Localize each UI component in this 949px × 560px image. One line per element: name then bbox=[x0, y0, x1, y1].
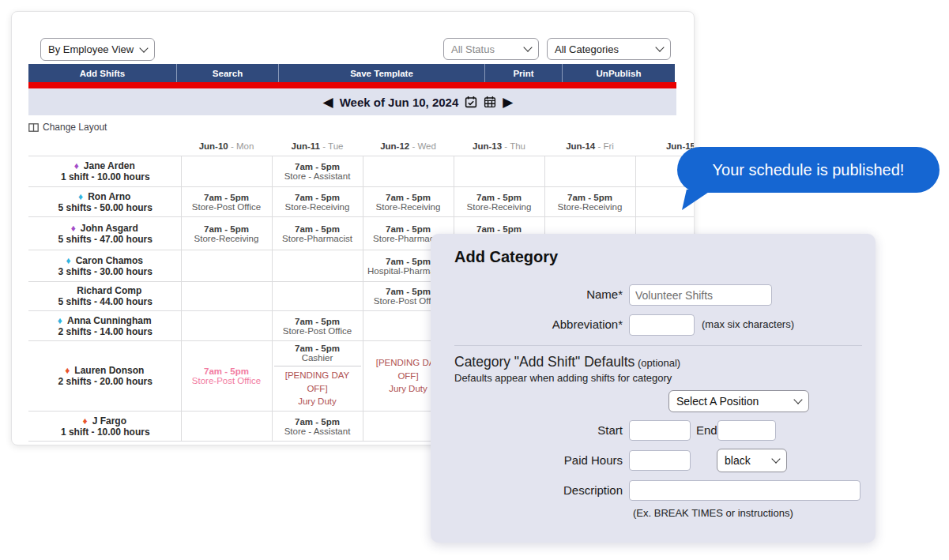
employee-diamond-icon: ♦ bbox=[65, 365, 70, 376]
categories-select-value: All Categories bbox=[555, 43, 619, 55]
employee-shift-summary: 2 shifts - 14.00 hours bbox=[32, 326, 179, 337]
week-label: Week of Jun 10, 2024 bbox=[340, 96, 459, 109]
change-layout-button[interactable]: Change Layout bbox=[28, 122, 107, 133]
shift-cell[interactable]: 7am - 5pmStore-Post Office bbox=[181, 187, 272, 217]
view-select[interactable]: By Employee View bbox=[40, 38, 155, 61]
shift-position: Store-Receiving bbox=[183, 234, 270, 243]
shift-cell[interactable] bbox=[454, 156, 544, 187]
chevron-down-icon bbox=[523, 43, 532, 51]
employee-row: ♦Jane Arden1 shift - 10.00 hours7am - 5p… bbox=[28, 156, 694, 187]
shift-cell[interactable] bbox=[544, 156, 635, 187]
shift-cell[interactable] bbox=[181, 156, 272, 187]
calendar-grid-icon[interactable] bbox=[484, 96, 496, 108]
employee-name: John Asgard bbox=[81, 223, 138, 234]
shift-position: Store-Receiving bbox=[456, 202, 543, 212]
defaults-subtitle: Defaults appear when adding shifts for c… bbox=[454, 372, 672, 384]
shift-cell[interactable] bbox=[181, 282, 272, 311]
add-shifts-button[interactable]: Add Shifts bbox=[28, 64, 176, 82]
shift-cell[interactable]: 7am - 5pmStore-Post Office bbox=[181, 341, 272, 412]
paid-hours-input[interactable] bbox=[629, 450, 691, 471]
employee-shift-summary: 5 shifts - 50.00 hours bbox=[32, 202, 179, 213]
employee-cell[interactable]: ♦J Fargo1 shift - 10.00 hours bbox=[28, 412, 181, 442]
shift-cell[interactable]: 7am - 5pmStore-Pharmacist bbox=[272, 217, 363, 250]
employee-name: Anna Cunningham bbox=[67, 315, 152, 326]
position-select[interactable]: Select A Position bbox=[668, 390, 809, 412]
position-select-value: Select A Position bbox=[676, 395, 759, 408]
shift-cell[interactable]: 7am - 5pmStore-Receiving bbox=[454, 187, 544, 217]
shift-time: 7am - 5pm bbox=[274, 193, 361, 202]
end-time-input[interactable] bbox=[717, 420, 776, 441]
abbreviation-label: Abbreviation* bbox=[431, 318, 623, 331]
shift-cell[interactable]: 7am - 5pmStore-Post Office bbox=[272, 311, 363, 341]
employee-cell[interactable]: ♦Lauren Donson2 shifts - 20.00 hours bbox=[28, 341, 181, 412]
previous-week-arrow[interactable]: ◀ bbox=[323, 96, 333, 109]
status-select[interactable]: All Status bbox=[443, 38, 539, 60]
shift-position: Store-Post Office bbox=[274, 326, 361, 336]
description-label: Description bbox=[431, 483, 623, 497]
panel-title: Add Category bbox=[454, 248, 558, 266]
employee-cell[interactable]: ♦Anna Cunningham2 shifts - 14.00 hours bbox=[28, 311, 181, 341]
employee-diamond-icon: ♦ bbox=[58, 315, 62, 326]
shift-time: 7am - 5pm bbox=[547, 193, 634, 202]
next-week-arrow[interactable]: ▶ bbox=[503, 96, 513, 109]
shift-cell[interactable]: 7am - 5pmStore - Assistant bbox=[272, 156, 363, 187]
shift-cell[interactable]: 7am - 5pmStore-Receiving bbox=[363, 187, 454, 217]
shift-cell[interactable] bbox=[181, 311, 272, 341]
shift-cell[interactable]: 7am - 5pmStore-Receiving bbox=[181, 217, 272, 250]
employee-cell[interactable]: ♦Ron Arno5 shifts - 50.00 hours bbox=[28, 187, 181, 217]
status-select-value: All Status bbox=[451, 43, 495, 55]
toast-message: Your schedule is published! bbox=[713, 161, 905, 179]
shift-time: 7am - 5pm bbox=[274, 344, 361, 353]
employee-cell[interactable]: ♦John Asgard5 shifts - 47.00 hours bbox=[28, 217, 181, 250]
shift-position: Store-Post Office bbox=[183, 376, 270, 385]
shift-cell[interactable] bbox=[181, 250, 272, 282]
employee-diamond-icon: ♦ bbox=[74, 160, 79, 171]
day-header: Jun-13 - Thu bbox=[454, 137, 544, 156]
shift-position: Store-Receiving bbox=[547, 202, 634, 212]
employee-cell[interactable]: ♦Jane Arden1 shift - 10.00 hours bbox=[28, 156, 181, 187]
employee-diamond-placeholder: ♦ bbox=[67, 285, 72, 296]
name-label: Name* bbox=[431, 288, 623, 301]
shift-time: 7am - 5pm bbox=[183, 366, 270, 376]
employee-shift-summary: 1 shift - 10.00 hours bbox=[32, 171, 179, 182]
color-select[interactable]: black bbox=[717, 449, 787, 472]
calendar-check-icon[interactable] bbox=[465, 96, 477, 108]
unpublish-button[interactable]: UnPublish bbox=[562, 64, 675, 82]
search-button[interactable]: Search bbox=[176, 64, 278, 82]
employee-cell[interactable]: ♦Richard Comp5 shifts - 44.00 hours bbox=[28, 282, 181, 311]
shift-cell[interactable]: 7am - 5pmStore-Receiving bbox=[272, 187, 363, 217]
abbreviation-input[interactable] bbox=[629, 314, 695, 336]
employee-name: Lauren Donson bbox=[74, 365, 144, 376]
employee-diamond-icon: ♦ bbox=[71, 223, 76, 234]
employee-row: ♦Ron Arno5 shifts - 50.00 hours7am - 5pm… bbox=[28, 187, 694, 217]
shift-cell[interactable]: 7am - 5pmStore - Assistant bbox=[272, 412, 363, 442]
color-select-value: black bbox=[725, 454, 751, 467]
shift-cell[interactable] bbox=[272, 282, 363, 311]
pending-day-off: [PENDING DAY OFF]Jury Duty bbox=[274, 369, 361, 408]
chevron-down-icon bbox=[793, 395, 802, 404]
save-template-button[interactable]: Save Template bbox=[278, 64, 484, 82]
change-layout-label: Change Layout bbox=[43, 122, 107, 133]
shift-cell[interactable]: 7am - 5pmStore-Receiving bbox=[544, 187, 635, 217]
shift-cell[interactable] bbox=[181, 412, 272, 442]
category-name-input[interactable] bbox=[629, 284, 772, 306]
shift-cell[interactable]: 7am - 5pmCashier[PENDING DAY OFF]Jury Du… bbox=[272, 341, 363, 412]
description-input[interactable] bbox=[629, 480, 861, 501]
shift-position: Cashier bbox=[274, 353, 361, 363]
shift-time: 7am - 5pm bbox=[274, 417, 361, 427]
chevron-down-icon bbox=[655, 43, 664, 51]
shift-time: 7am - 5pm bbox=[456, 224, 543, 234]
shift-time: 7am - 5pm bbox=[274, 224, 361, 234]
abbreviation-hint: (max six characters) bbox=[702, 318, 794, 330]
shift-cell[interactable] bbox=[363, 156, 454, 187]
shift-position: Store - Assistant bbox=[274, 171, 361, 181]
employee-shift-summary: 3 shifts - 30.00 hours bbox=[32, 266, 179, 277]
categories-select[interactable]: All Categories bbox=[547, 38, 671, 60]
description-hint: (Ex. BREAK TIMES or instructions) bbox=[633, 507, 793, 519]
print-button[interactable]: Print bbox=[484, 64, 562, 82]
cell-divider bbox=[274, 366, 361, 366]
employee-diamond-icon: ♦ bbox=[66, 255, 71, 266]
shift-cell[interactable] bbox=[272, 250, 363, 282]
start-time-input[interactable] bbox=[629, 420, 691, 441]
employee-cell[interactable]: ♦Caron Chamos3 shifts - 30.00 hours bbox=[28, 250, 181, 282]
